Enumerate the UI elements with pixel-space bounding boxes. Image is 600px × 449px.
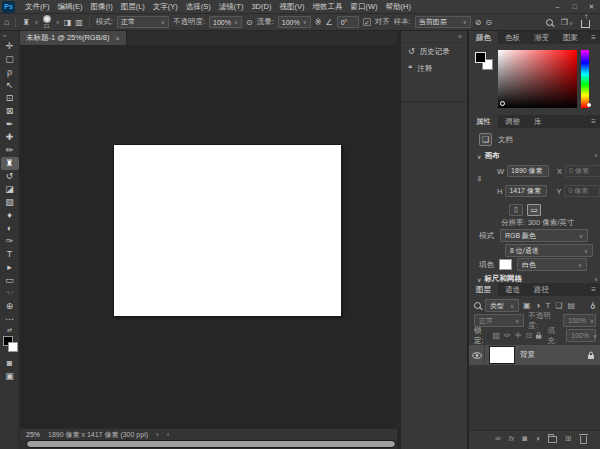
eraser-tool[interactable]: ◪	[1, 183, 19, 196]
menu-item[interactable]: 编辑(E)	[54, 0, 87, 14]
horizontal-scrollbar[interactable]	[20, 440, 397, 449]
menu-item[interactable]: 视图(V)	[275, 0, 308, 14]
ignore-adjustment-layers-icon[interactable]: ⊘	[475, 15, 482, 30]
x-input[interactable]: 0 像素	[565, 165, 600, 177]
pressure-opacity-icon[interactable]: ⊙	[246, 15, 253, 30]
quick-mask-icon[interactable]: ◙	[1, 357, 19, 370]
filter-pin-icon[interactable]: ⚲	[590, 301, 596, 310]
blur-tool[interactable]: ♦	[1, 209, 19, 222]
fill-color-swatch[interactable]	[499, 259, 512, 270]
layer-visibility-toggle[interactable]	[469, 345, 485, 365]
portrait-orientation-button[interactable]: ▯	[509, 204, 523, 216]
canvas-section-header[interactable]: ∨ 画布 ∧	[469, 151, 600, 161]
panel-tab[interactable]: 颜色	[469, 31, 498, 44]
delete-layer-icon[interactable]	[580, 436, 587, 444]
zoom-level-value[interactable]: 25%	[26, 431, 40, 438]
eyedropper-tool[interactable]: ✒	[1, 118, 19, 131]
brush-settings-panel-icon[interactable]: ◨	[64, 15, 72, 30]
lock-icon[interactable]: ⊡	[526, 331, 533, 341]
hue-slider[interactable]	[581, 50, 589, 108]
height-input[interactable]: 1417 像素	[505, 185, 547, 197]
rulers-section-header[interactable]: ∨ 标尺和网格 ∨	[469, 274, 600, 283]
gradient-tool[interactable]: ▧	[1, 196, 19, 209]
opacity-select[interactable]: 100%	[209, 16, 242, 28]
zoom-tool[interactable]: ⊕	[1, 300, 19, 313]
color-mode-select[interactable]: RGB 颜色	[500, 229, 588, 242]
blend-mode-select[interactable]: 正常	[117, 16, 169, 28]
pressure-size-icon[interactable]: ⊙	[485, 15, 492, 30]
clone-source-panel-icon[interactable]: ▥	[75, 15, 83, 30]
menu-item[interactable]: 文件(F)	[21, 0, 54, 14]
menu-item[interactable]: 3D(D)	[247, 0, 275, 14]
scroll-up-icon[interactable]: ∧	[594, 152, 598, 158]
color-field-marker[interactable]	[500, 101, 505, 106]
foreground-color-swatch[interactable]	[475, 52, 486, 63]
document-canvas[interactable]	[114, 145, 341, 316]
layer-filter-icon[interactable]: ❏	[555, 301, 562, 311]
panel-tab[interactable]: 通道	[498, 283, 527, 296]
layer-filter-icon[interactable]: ▤	[567, 301, 575, 311]
lock-icon[interactable]: ✏	[504, 331, 511, 341]
menu-item[interactable]: 窗口(W)	[346, 0, 381, 14]
filter-type-select[interactable]: 类型	[485, 299, 519, 312]
clone-stamp-tool[interactable]: ♜	[1, 157, 19, 170]
panel-tab[interactable]: 图层	[469, 283, 498, 296]
panel-tab[interactable]: 图案	[556, 31, 585, 44]
airbrush-icon[interactable]: ※	[315, 15, 322, 30]
panel-tab[interactable]: 路径	[527, 283, 556, 296]
frame-tool[interactable]: ⊠	[1, 105, 19, 118]
layer-filter-icon[interactable]: ◑	[536, 301, 541, 311]
canvas-workspace[interactable]	[20, 45, 397, 428]
hand-tool[interactable]: ☜	[1, 287, 19, 300]
menu-item[interactable]: 增效工具	[308, 0, 346, 14]
saturation-brightness-field[interactable]	[498, 50, 577, 108]
toolbar-collapse-icon[interactable]: »	[0, 31, 6, 40]
type-tool[interactable]: T	[1, 248, 19, 261]
notes-panel-button[interactable]: ❝ 注释	[401, 60, 467, 77]
move-tool[interactable]: ✛	[1, 40, 19, 53]
edit-toolbar-icon[interactable]: ⋯	[1, 313, 19, 326]
background-color-swatch[interactable]	[8, 342, 18, 352]
fill-select[interactable]: 白色	[517, 258, 587, 271]
angle-input[interactable]: 0°	[337, 16, 359, 28]
layer-locked-icon[interactable]	[587, 351, 595, 360]
tool-preset-icon[interactable]: ♜	[22, 15, 29, 30]
layer-mask-icon[interactable]: ◙	[522, 434, 527, 443]
menu-item[interactable]: 图像(I)	[87, 0, 117, 14]
layer-filter-icon[interactable]: ▣	[523, 301, 531, 311]
lock-icon[interactable]: ▨	[493, 331, 501, 341]
document-icon[interactable]: ❏	[479, 133, 492, 146]
workspace-switcher[interactable]: ❐∨	[561, 15, 573, 30]
photoshop-logo-icon[interactable]: Ps	[2, 1, 15, 13]
foreground-background-swatches[interactable]	[1, 335, 19, 357]
swap-colors-icon[interactable]: ⇄	[7, 326, 12, 334]
menu-item[interactable]: 文字(Y)	[149, 0, 182, 14]
history-panel-button[interactable]: ↺ 历史记录	[401, 43, 467, 60]
crop-tool[interactable]: ⊡	[1, 92, 19, 105]
minimize-icon[interactable]: –	[549, 0, 566, 14]
panel-tab[interactable]: 属性	[469, 115, 498, 128]
document-tab[interactable]: 未标题-1 @ 25%(RGB/8) ×	[20, 31, 127, 45]
menu-item[interactable]: 滤镜(T)	[215, 0, 248, 14]
aligned-checkbox[interactable]	[363, 18, 371, 26]
brush-tool[interactable]: ✏	[1, 144, 19, 157]
close-tab-icon[interactable]: ×	[115, 35, 119, 42]
search-icon[interactable]	[546, 19, 553, 26]
y-input[interactable]: 0 像素	[564, 185, 600, 197]
new-group-icon[interactable]	[548, 436, 557, 443]
scroll-down-icon[interactable]: ∨	[594, 276, 598, 282]
object-selection-tool[interactable]: ↖	[1, 79, 19, 92]
maximize-icon[interactable]: □	[566, 0, 583, 14]
dodge-tool[interactable]: ◐	[1, 222, 19, 235]
bit-depth-select[interactable]: 8 位/通道	[505, 244, 593, 257]
panel-tab[interactable]: 库	[527, 115, 549, 128]
layer-thumbnail[interactable]	[490, 347, 514, 363]
shape-tool[interactable]: ▭	[1, 274, 19, 287]
scrollbar-thumb[interactable]	[27, 441, 395, 447]
share-icon[interactable]	[581, 20, 590, 28]
lasso-tool[interactable]: ρ	[1, 66, 19, 79]
history-brush-tool[interactable]: ↺	[1, 170, 19, 183]
layer-effects-icon[interactable]: fx	[509, 435, 514, 442]
path-selection-tool[interactable]: ▸	[1, 261, 19, 274]
panel-tab[interactable]: 色板	[498, 31, 527, 44]
